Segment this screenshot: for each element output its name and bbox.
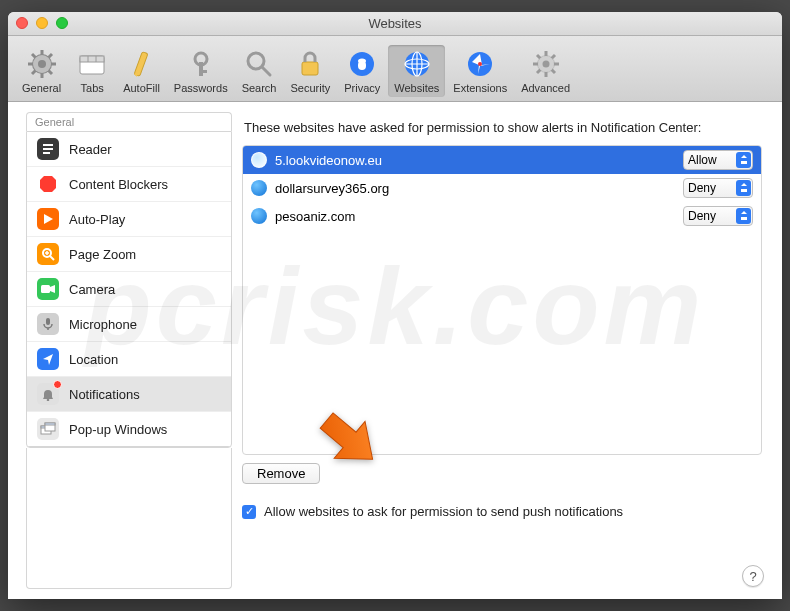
sidebar-item-label: Reader (69, 142, 112, 157)
checkbox-checked-icon[interactable]: ✓ (242, 505, 256, 519)
main-panel: These websites have asked for permission… (242, 112, 772, 589)
content-blockers-icon (37, 173, 59, 195)
svg-rect-55 (45, 423, 55, 425)
allow-ask-checkbox-row[interactable]: ✓ Allow websites to ask for permission t… (242, 504, 762, 519)
sidebar-item-page-zoom[interactable]: Page Zoom (27, 237, 231, 272)
toolbar-privacy[interactable]: Privacy (338, 45, 386, 97)
sidebar-item-auto-play[interactable]: Auto-Play (27, 202, 231, 237)
titlebar: Websites (8, 12, 782, 36)
badge-dot (53, 380, 62, 389)
toolbar-general[interactable]: General (16, 45, 67, 97)
svg-rect-21 (358, 61, 366, 70)
sidebar-item-microphone[interactable]: Microphone (27, 307, 231, 342)
preferences-window: Websites GeneralTabsAutoFillPasswordsSea… (8, 12, 782, 599)
svg-rect-37 (43, 144, 53, 146)
toolbar-label: Advanced (521, 82, 570, 94)
site-name: pesoaniz.com (275, 209, 675, 224)
camera-icon (37, 278, 59, 300)
svg-line-43 (50, 256, 54, 260)
permission-select-wrap[interactable]: AllowDeny (683, 178, 753, 198)
svg-point-51 (47, 399, 50, 401)
sidebar-item-label: Camera (69, 282, 115, 297)
sidebar-list: ReaderContent BlockersAuto-PlayPage Zoom… (26, 131, 232, 448)
permission-select[interactable]: AllowDeny (683, 150, 753, 170)
svg-rect-38 (43, 148, 53, 150)
toolbar-label: Extensions (453, 82, 507, 94)
permission-select[interactable]: AllowDeny (683, 206, 753, 226)
close-window-button[interactable] (16, 17, 28, 29)
sidebar-item-reader[interactable]: Reader (27, 132, 231, 167)
toolbar-advanced[interactable]: Advanced (515, 45, 576, 97)
toolbar-security[interactable]: Security (284, 45, 336, 97)
svg-marker-40 (40, 176, 56, 192)
sidebar-item-label: Location (69, 352, 118, 367)
sidebar-item-location[interactable]: Location (27, 342, 231, 377)
websites-icon (401, 48, 433, 80)
zoom-window-button[interactable] (56, 17, 68, 29)
toolbar-label: Tabs (81, 82, 104, 94)
svg-point-36 (542, 61, 549, 68)
svg-marker-41 (44, 214, 53, 224)
general-icon (26, 48, 58, 80)
passwords-icon (185, 48, 217, 80)
privacy-icon (346, 48, 378, 80)
help-button[interactable]: ? (742, 565, 764, 587)
svg-rect-48 (46, 318, 50, 325)
permission-select-wrap[interactable]: AllowDeny (683, 206, 753, 226)
svg-rect-11 (135, 52, 149, 77)
remove-button[interactable]: Remove (242, 463, 320, 484)
popup-icon (37, 418, 59, 440)
sidebar-item-camera[interactable]: Camera (27, 272, 231, 307)
permission-select[interactable]: AllowDeny (683, 178, 753, 198)
svg-rect-14 (199, 62, 203, 76)
main-header: These websites have asked for permission… (242, 112, 762, 145)
svg-point-29 (478, 62, 482, 66)
sidebar-item-popup[interactable]: Pop-up Windows (27, 412, 231, 447)
content-area: General ReaderContent BlockersAuto-PlayP… (8, 102, 782, 599)
search-icon (243, 48, 275, 80)
permission-select-wrap[interactable]: AllowDeny (683, 150, 753, 170)
toolbar-tabs[interactable]: Tabs (69, 45, 115, 97)
sidebar-item-label: Content Blockers (69, 177, 168, 192)
toolbar: GeneralTabsAutoFillPasswordsSearchSecuri… (8, 36, 782, 102)
extensions-icon (464, 48, 496, 80)
sidebar-item-content-blockers[interactable]: Content Blockers (27, 167, 231, 202)
sidebar-group-label: General (26, 112, 232, 131)
site-row[interactable]: dollarsurvey365.orgAllowDeny (243, 174, 761, 202)
toolbar-label: Passwords (174, 82, 228, 94)
site-name: 5.lookvideonow.eu (275, 153, 675, 168)
toolbar-label: Security (290, 82, 330, 94)
toolbar-label: Search (242, 82, 277, 94)
autofill-icon (125, 48, 157, 80)
window-title: Websites (8, 16, 782, 31)
minimize-window-button[interactable] (36, 17, 48, 29)
sidebar: General ReaderContent BlockersAuto-PlayP… (26, 112, 232, 589)
globe-icon (251, 208, 267, 224)
svg-marker-50 (43, 354, 53, 365)
sidebar-item-label: Page Zoom (69, 247, 136, 262)
toolbar-search[interactable]: Search (236, 45, 283, 97)
toolbar-websites[interactable]: Websites (388, 45, 445, 97)
svg-rect-46 (41, 285, 50, 293)
globe-icon (251, 180, 267, 196)
toolbar-extensions[interactable]: Extensions (447, 45, 513, 97)
security-icon (294, 48, 326, 80)
sidebar-item-label: Auto-Play (69, 212, 125, 227)
sidebar-item-label: Notifications (69, 387, 140, 402)
toolbar-label: Privacy (344, 82, 380, 94)
svg-point-6 (38, 60, 46, 68)
site-row[interactable]: pesoaniz.comAllowDeny (243, 202, 761, 230)
location-icon (37, 348, 59, 370)
checkbox-label: Allow websites to ask for permission to … (264, 504, 623, 519)
sidebar-item-notifications[interactable]: Notifications (27, 377, 231, 412)
site-row[interactable]: 5.lookvideonow.euAllowDeny (243, 146, 761, 174)
svg-rect-39 (43, 152, 50, 154)
toolbar-passwords[interactable]: Passwords (168, 45, 234, 97)
svg-rect-18 (302, 62, 318, 75)
window-controls (16, 17, 68, 29)
site-name: dollarsurvey365.org (275, 181, 675, 196)
toolbar-autofill[interactable]: AutoFill (117, 45, 166, 97)
tabs-icon (76, 48, 108, 80)
toolbar-label: General (22, 82, 61, 94)
globe-icon (251, 152, 267, 168)
